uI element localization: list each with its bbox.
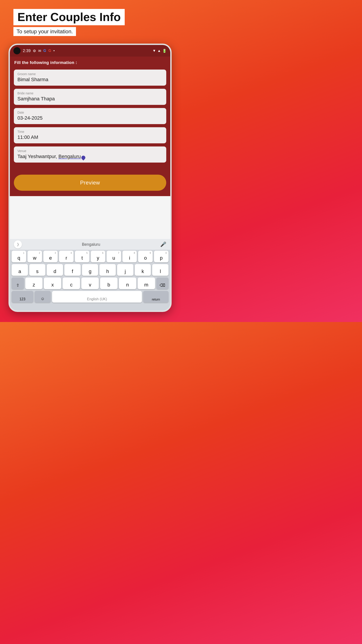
bride-name-field[interactable]: Bride name Samjhana Thapa [14, 89, 166, 105]
keyboard-row-4: 123 ☺ English (UK) return [10, 290, 170, 304]
key-l[interactable]: l [152, 264, 168, 276]
key-n[interactable]: n [119, 278, 136, 289]
key-t[interactable]: 5t [75, 251, 89, 262]
page-subtitle: To setup your invitation. [16, 28, 73, 35]
key-v[interactable]: v [81, 278, 99, 289]
time-value[interactable]: 11:00 AM [17, 134, 163, 140]
key-c[interactable]: c [62, 278, 80, 289]
key-k[interactable]: k [135, 264, 151, 276]
groom-name-label: Groom name [17, 72, 163, 76]
wifi-icon: ▼ [152, 49, 156, 53]
status-bar-right: ▼ ▲ 🔋 [152, 49, 167, 53]
key-y[interactable]: 6y [91, 251, 105, 262]
key-r[interactable]: 4r [59, 251, 73, 262]
key-x[interactable]: x [44, 278, 61, 289]
venue-value[interactable]: Taaj Yeshwantpur, Bengaluru [17, 154, 163, 160]
key-p[interactable]: 0p [154, 251, 168, 262]
venue-label: Venue [17, 149, 163, 153]
key-shift[interactable]: ⇧ [12, 278, 24, 289]
key-j[interactable]: j [117, 264, 133, 276]
text-cursor [80, 155, 86, 160]
key-a[interactable]: a [12, 264, 28, 276]
status-circle [13, 47, 20, 54]
dot-icon: • [53, 49, 55, 53]
keyboard-mic-button[interactable]: 🎤 [160, 242, 166, 247]
keyboard-row-3: ⇧ z x c v b n m ⌫ [10, 276, 170, 290]
google-icon-2: G [48, 49, 51, 53]
phone-frame: 2:39 ⚙ ✉ G G • ▼ ▲ 🔋 Fill the following … [8, 44, 172, 312]
key-o[interactable]: 9o [138, 251, 153, 262]
status-time: 2:39 [23, 48, 31, 53]
key-space[interactable]: English (UK) [52, 291, 142, 302]
battery-icon: 🔋 [162, 49, 167, 53]
google-icon-1: G [43, 49, 46, 53]
date-field[interactable]: Date 03-24-2025 [14, 108, 166, 124]
time-field[interactable]: Time 11:00 AM [14, 127, 166, 143]
key-s[interactable]: s [29, 264, 45, 276]
page-subtitle-bg: To setup your invitation. [13, 27, 76, 36]
keyboard-row-1: 1q 2w 3e 4r 5t 6y 7u 8i 9o 0p [10, 250, 170, 263]
key-i[interactable]: 8i [122, 251, 137, 262]
form-area: Groom name Bimal Sharma Bride name Samjh… [10, 70, 170, 170]
gmail-icon: ✉ [38, 49, 41, 53]
key-return[interactable]: return [143, 291, 168, 302]
preview-button[interactable]: Preview [14, 175, 166, 191]
groom-name-field[interactable]: Groom name Bimal Sharma [14, 70, 166, 86]
date-label: Date [17, 111, 163, 114]
key-z[interactable]: z [25, 278, 43, 289]
key-d[interactable]: d [47, 264, 63, 276]
signal-icon: ▲ [157, 49, 161, 53]
status-bar: 2:39 ⚙ ✉ G G • ▼ ▲ 🔋 [10, 45, 170, 56]
key-m[interactable]: m [138, 278, 155, 289]
app-header-title: Fill the following information : [14, 60, 166, 65]
page-title-area: Enter Couples Info To setup your invitat… [13, 9, 125, 36]
keyboard-top-bar: 〉 Bengaluru 🎤 [10, 239, 170, 250]
key-w[interactable]: 2w [27, 251, 42, 262]
key-h[interactable]: h [99, 264, 116, 276]
key-g[interactable]: g [82, 264, 98, 276]
keyboard[interactable]: 〉 Bengaluru 🎤 1q 2w 3e 4r 5t 6y 7u 8i 9o… [10, 239, 170, 310]
venue-city: Bengaluru [58, 154, 81, 159]
keyboard-collapse-button[interactable]: 〉 [14, 240, 22, 248]
key-e[interactable]: 3e [43, 251, 58, 262]
time-label: Time [17, 130, 163, 134]
key-numbers[interactable]: 123 [12, 291, 33, 302]
settings-icon: ⚙ [33, 49, 36, 53]
bottom-area: Preview [10, 170, 170, 196]
venue-field[interactable]: Venue Taaj Yeshwantpur, Bengaluru [14, 146, 166, 162]
key-f[interactable]: f [64, 264, 81, 276]
app-header: Fill the following information : [10, 56, 170, 70]
date-value[interactable]: 03-24-2025 [17, 115, 163, 121]
key-b[interactable]: b [100, 278, 117, 289]
groom-name-value[interactable]: Bimal Sharma [17, 77, 163, 82]
keyboard-suggestion[interactable]: Bengaluru [82, 242, 100, 247]
bride-name-value[interactable]: Samjhana Thapa [17, 96, 163, 102]
key-emoji[interactable]: ☺ [35, 291, 51, 302]
key-u[interactable]: 7u [107, 251, 121, 262]
page-title: Enter Couples Info [17, 11, 121, 24]
page-title-bg: Enter Couples Info [13, 9, 125, 25]
key-q[interactable]: 1q [12, 251, 26, 262]
keyboard-row-2: a s d f g h j k l [10, 263, 170, 276]
key-delete[interactable]: ⌫ [156, 278, 169, 289]
bride-name-label: Bride name [17, 92, 163, 95]
status-bar-left: 2:39 ⚙ ✉ G G • [13, 47, 55, 54]
